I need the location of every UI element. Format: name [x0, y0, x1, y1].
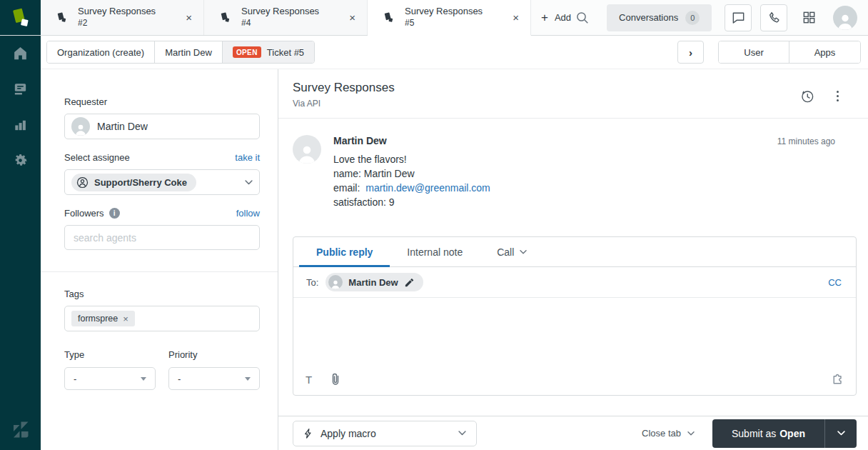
nav-admin-button[interactable] [12, 151, 29, 169]
add-label: Add [555, 12, 571, 23]
type-label: Type [64, 349, 84, 360]
message-author: Martin Dew [333, 135, 387, 146]
kebab-dot [837, 95, 839, 98]
events-history-button[interactable] [799, 89, 815, 104]
submit-button-group: Submit as Open [712, 419, 857, 448]
nav-views-button[interactable] [12, 80, 29, 97]
tab-internal-note[interactable]: Internal note [390, 237, 480, 266]
requester-avatar [71, 117, 90, 136]
follow-link[interactable]: follow [236, 208, 260, 219]
tab-text: Survey Responses #2 [78, 6, 170, 29]
attach-file-button[interactable] [330, 372, 341, 386]
cc-link[interactable]: CC [828, 277, 843, 288]
ticket-tab-4[interactable]: Survey Responses #4 × [204, 0, 368, 35]
followers-label: Followers [64, 208, 104, 219]
submit-as-open-button[interactable]: Submit as Open [712, 419, 824, 448]
conversation-titles: Survey Responses Via API [293, 81, 395, 109]
tab-ticket-number: #2 [78, 18, 170, 29]
nav-reporting-button[interactable] [12, 116, 29, 133]
more-options-button[interactable] [834, 89, 842, 104]
apps-grid-button[interactable] [796, 5, 822, 31]
composer-apps-button[interactable] [830, 373, 844, 386]
person-icon [835, 11, 855, 30]
close-tab-dropdown[interactable]: Close tab [642, 428, 695, 439]
breadcrumb: Organization (create) Martin Dew OPEN Ti… [46, 41, 315, 64]
nav-home-button[interactable] [12, 44, 29, 61]
assignee-label: Select assignee [64, 152, 130, 163]
person-icon [330, 279, 341, 289]
ticket-number-label: Ticket #5 [267, 47, 304, 58]
requester-label-row: Requester [64, 96, 260, 107]
remove-tag-icon[interactable]: × [123, 314, 128, 324]
ticket-tab-icon [56, 11, 68, 24]
views-icon [12, 81, 29, 97]
priority-column: Priority - [168, 348, 260, 390]
composer-toolbar: T [293, 366, 856, 395]
ticket-subject: Survey Responses [293, 81, 395, 95]
take-it-link[interactable]: take it [235, 152, 260, 163]
tags-field[interactable]: formspree × [64, 306, 260, 331]
type-column: Type - [64, 348, 156, 390]
tags-label-row: Tags [64, 289, 260, 299]
tab-title: Survey Responses [241, 6, 333, 18]
submit-options-button[interactable] [824, 419, 857, 448]
tab-ticket-number: #5 [405, 18, 497, 29]
topbar-right-controls: Conversations 0 [571, 0, 868, 35]
user-panel-button[interactable]: User [719, 41, 789, 63]
product-logo-button[interactable] [0, 0, 41, 35]
apply-macro-select[interactable]: Apply macro [293, 421, 477, 446]
collapse-panel-button[interactable]: › [677, 41, 704, 64]
breadcrumb-organization[interactable]: Organization (create) [47, 41, 155, 63]
tab-title: Survey Responses [405, 6, 497, 18]
recipient-pill[interactable]: Martin Dew [326, 273, 423, 291]
followers-search-input[interactable] [64, 225, 260, 250]
close-tab-icon[interactable]: × [507, 10, 525, 25]
reply-composer: Public reply Internal note Call To: [293, 236, 857, 396]
email-label: email: [333, 182, 360, 194]
lightning-bolt-icon [303, 428, 313, 439]
assignee-select[interactable]: Support/Sherry Coke [64, 169, 260, 195]
conversation-header-actions [799, 81, 854, 109]
tab-public-reply[interactable]: Public reply [299, 237, 390, 266]
recipient-name: Martin Dew [348, 277, 398, 288]
phone-button[interactable] [760, 4, 787, 31]
add-tab-button[interactable]: + Add [541, 0, 571, 35]
conversations-count-badge: 0 [685, 11, 700, 25]
type-select[interactable]: - [64, 367, 156, 390]
type-value: - [74, 374, 76, 384]
message-meta-row: Martin Dew 11 minutes ago [333, 135, 854, 146]
chevron-down-icon [520, 250, 527, 254]
conversations-label: Conversations [619, 12, 678, 23]
search-button[interactable] [571, 6, 594, 29]
priority-select[interactable]: - [168, 367, 260, 390]
email-link[interactable]: martin.dew@greenmail.com [365, 182, 490, 194]
message-timestamp: 11 minutes ago [777, 136, 854, 146]
close-tab-icon[interactable]: × [180, 10, 198, 25]
apply-macro-label: Apply macro [321, 428, 376, 439]
tab-text: Survey Responses #4 [241, 6, 333, 29]
ticket-tab-2[interactable]: Survey Responses #2 × [41, 0, 204, 35]
kebab-dot [837, 99, 839, 102]
tag-label: formspree [78, 314, 118, 324]
breadcrumb-requester[interactable]: Martin Dew [155, 41, 223, 63]
plus-icon: + [541, 11, 548, 25]
apps-panel-button[interactable]: Apps [789, 41, 860, 63]
text-format-button[interactable]: T [306, 374, 312, 386]
ticket-tab-5-active[interactable]: Survey Responses #5 × [368, 0, 531, 36]
gear-icon [12, 152, 29, 169]
close-tab-icon[interactable]: × [343, 10, 361, 25]
submit-status: Open [779, 428, 805, 439]
tab-call[interactable]: Call [480, 237, 544, 266]
home-icon [12, 45, 29, 61]
tag-chip: formspree × [71, 311, 135, 326]
message-line: satisfaction: 9 [333, 195, 854, 209]
conversations-button[interactable]: Conversations 0 [607, 4, 712, 31]
type-priority-row: Type - Priority - [64, 348, 260, 390]
chat-button[interactable] [725, 4, 752, 31]
reply-textarea[interactable] [293, 298, 856, 366]
requester-value: Martin Dew [97, 121, 148, 132]
requester-field[interactable]: Martin Dew [64, 114, 260, 139]
requester-label: Requester [64, 96, 107, 107]
profile-avatar[interactable] [833, 6, 857, 30]
followers-label-row: Followers i follow [64, 208, 260, 219]
